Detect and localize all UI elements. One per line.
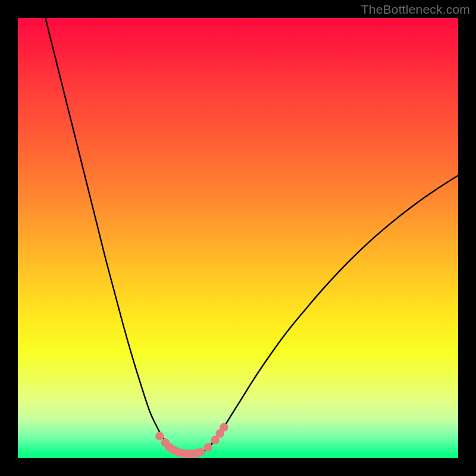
data-point-marker [203, 443, 212, 452]
data-point-marker [220, 423, 228, 431]
bottleneck-curve [18, 18, 458, 458]
data-point-marker [155, 432, 164, 440]
bottleneck-curve-path [44, 14, 458, 454]
plot-area [18, 18, 458, 458]
chart-frame: TheBottleneck.com [0, 0, 476, 476]
data-point-marker [196, 448, 205, 456]
watermark-text: TheBottleneck.com [361, 2, 470, 17]
